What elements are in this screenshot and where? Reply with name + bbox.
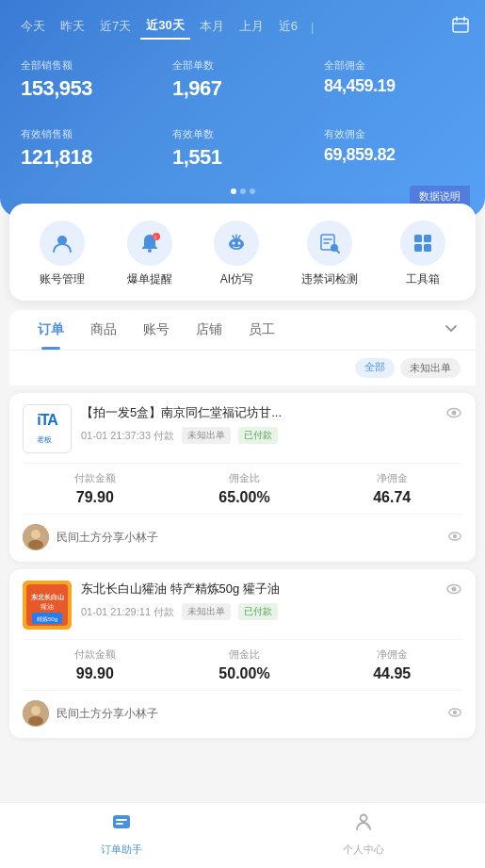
filter-all[interactable]: 全部 — [355, 358, 395, 378]
tool-keyword-detect-label: 违禁词检测 — [301, 271, 358, 287]
calendar-icon[interactable] — [451, 15, 470, 39]
total-orders-stat: 全部单数 1,967 — [167, 51, 318, 108]
order-seller-2: 民间土方分享小林子 — [23, 700, 462, 727]
order-tag-paid-2: 已付款 — [238, 603, 278, 620]
svg-point-18 — [28, 540, 43, 549]
svg-rect-10 — [414, 235, 422, 242]
date-tab-yesterday[interactable]: 昨天 — [55, 14, 90, 39]
order-header-2: 东北长白山 獾油 精炼50g 东北长白山獾油 特产精炼50g 獾子油 01-01… — [23, 581, 462, 630]
svg-rect-11 — [424, 235, 431, 242]
effective-orders-stat: 有效单数 1,551 — [167, 120, 318, 177]
date-tab-6months[interactable]: 近6 — [273, 14, 303, 39]
order-logo-1: iTA老板 — [23, 404, 72, 453]
effective-orders-label: 有效单数 — [172, 127, 313, 141]
svg-point-17 — [31, 530, 40, 539]
total-orders-value: 1,967 — [172, 76, 313, 101]
date-tab-30days[interactable]: 近30天 — [140, 13, 189, 40]
order-tag-unknown-2: 未知出单 — [182, 603, 231, 620]
order-alert-icon: ! — [127, 221, 172, 266]
order-card-2: 东北长白山 獾油 精炼50g 东北长白山獾油 特产精炼50g 獾子油 01-01… — [9, 569, 476, 738]
tool-toolbox[interactable]: 工具箱 — [400, 221, 445, 287]
nav-order-assistant[interactable]: 订单助手 — [0, 811, 243, 857]
tool-keyword-detect[interactable]: 违禁词检测 — [301, 221, 358, 287]
dot-1 — [231, 188, 236, 194]
profile-icon — [352, 811, 375, 839]
svg-point-28 — [452, 587, 457, 592]
tool-toolbox-label: 工具箱 — [406, 271, 440, 287]
filter-unknown[interactable]: 未知出单 — [400, 358, 461, 378]
effective-commission-label: 有效佣金 — [324, 127, 464, 141]
net-commission-label-2: 净佣金 — [373, 647, 411, 662]
pay-amount-label-2: 付款金额 — [74, 647, 116, 662]
order-meta-2: 01-01 21:29:11 付款 未知出单 已付款 — [81, 603, 436, 620]
pay-amount-value-2: 99.90 — [74, 665, 116, 682]
tool-account-mgmt-label: 账号管理 — [40, 271, 85, 287]
svg-point-7 — [238, 242, 241, 245]
tab-staff[interactable]: 员工 — [235, 310, 288, 350]
date-tab-thismonth[interactable]: 本月 — [194, 14, 230, 39]
svg-point-30 — [31, 706, 40, 715]
order-tag-paid-1: 已付款 — [238, 427, 278, 444]
net-commission-1: 净佣金 46.74 — [373, 471, 411, 506]
tool-ai-rewrite[interactable]: AI仿写 — [214, 221, 259, 287]
order-title-area-2: 东北长白山獾油 特产精炼50g 獾子油 01-01 21:29:11 付款 未知… — [81, 581, 436, 620]
effective-commission-value: 69,859.82 — [324, 145, 464, 165]
tab-accounts[interactable]: 账号 — [130, 310, 183, 350]
seller-eye-icon-1[interactable] — [447, 529, 462, 547]
total-orders-label: 全部单数 — [172, 58, 313, 73]
effective-sales-label: 有效销售额 — [21, 127, 161, 141]
dot-2 — [240, 188, 246, 194]
total-sales-value: 153,953 — [21, 76, 161, 101]
order-stats-1: 付款金额 79.90 佣金比 65.00% 净佣金 46.74 — [23, 463, 462, 515]
order-eye-icon-1[interactable] — [445, 404, 462, 425]
date-tab-today[interactable]: 今天 — [15, 14, 51, 39]
svg-point-35 — [361, 815, 367, 822]
ita-text: iTA老板 — [37, 412, 57, 446]
svg-rect-13 — [424, 244, 431, 252]
svg-point-31 — [28, 716, 43, 726]
svg-point-20 — [453, 533, 457, 537]
order-title-1: 【拍一发5盒】南京同仁堂福记坊甘... — [81, 404, 436, 421]
date-tab-lastmonth[interactable]: 上月 — [234, 14, 269, 39]
order-eye-icon-2[interactable] — [445, 581, 462, 601]
total-commission-value: 84,459.19 — [324, 76, 464, 96]
order-date-2: 01-01 21:29:11 付款 — [81, 605, 174, 619]
pay-amount-1: 付款金额 79.90 — [74, 471, 116, 506]
commission-rate-2: 佣金比 50.00% — [218, 647, 269, 682]
svg-text:精炼50g: 精炼50g — [37, 616, 57, 622]
svg-rect-34 — [113, 815, 130, 828]
order-title-2: 东北长白山獾油 特产精炼50g 獾子油 — [81, 581, 436, 598]
net-commission-value-2: 44.95 — [373, 665, 411, 682]
page-dots — [231, 188, 255, 194]
account-mgmt-icon — [40, 221, 85, 266]
pay-amount-value-1: 79.90 — [74, 489, 116, 506]
tab-orders[interactable]: 订单 — [24, 310, 77, 350]
seller-eye-icon-2[interactable] — [447, 705, 462, 723]
effective-commission-stat: 有效佣金 69,859.82 — [318, 120, 470, 177]
net-commission-2: 净佣金 44.95 — [373, 647, 411, 682]
date-tab-7days[interactable]: 近7天 — [94, 14, 137, 39]
total-sales-stat: 全部销售额 153,953 — [15, 51, 167, 108]
order-tag-unknown-1: 未知出单 — [182, 427, 231, 444]
tabs-bar: 订单 商品 账号 店铺 员工 — [9, 310, 476, 351]
order-date-1: 01-01 21:37:33 付款 — [81, 429, 174, 443]
tab-stores[interactable]: 店铺 — [183, 310, 235, 350]
tool-order-alert[interactable]: ! 爆单提醒 — [127, 221, 172, 287]
net-commission-value-1: 46.74 — [373, 489, 411, 506]
tab-products[interactable]: 商品 — [77, 310, 130, 350]
nav-profile[interactable]: 个人中心 — [243, 811, 486, 857]
stats-row1: 全部销售额 153,953 全部单数 1,967 全部佣金 84,459.19 — [15, 51, 470, 108]
commission-rate-value-1: 65.00% — [218, 489, 269, 506]
order-stats-2: 付款金额 99.90 佣金比 50.00% 净佣金 44.95 — [23, 639, 462, 691]
svg-text:!: ! — [154, 235, 156, 240]
tab-more-icon[interactable] — [442, 319, 461, 342]
tool-account-mgmt[interactable]: 账号管理 — [40, 221, 85, 287]
svg-rect-0 — [453, 19, 468, 32]
tools-card: 账号管理 ! 爆单提醒 — [9, 204, 476, 301]
order-meta-1: 01-01 21:37:33 付款 未知出单 已付款 — [81, 427, 436, 444]
svg-point-2 — [148, 249, 152, 253]
order-logo-2: 东北长白山 獾油 精炼50g — [23, 581, 72, 630]
effective-sales-value: 121,818 — [21, 145, 161, 170]
svg-point-33 — [453, 710, 457, 713]
order-assistant-icon — [110, 811, 133, 839]
